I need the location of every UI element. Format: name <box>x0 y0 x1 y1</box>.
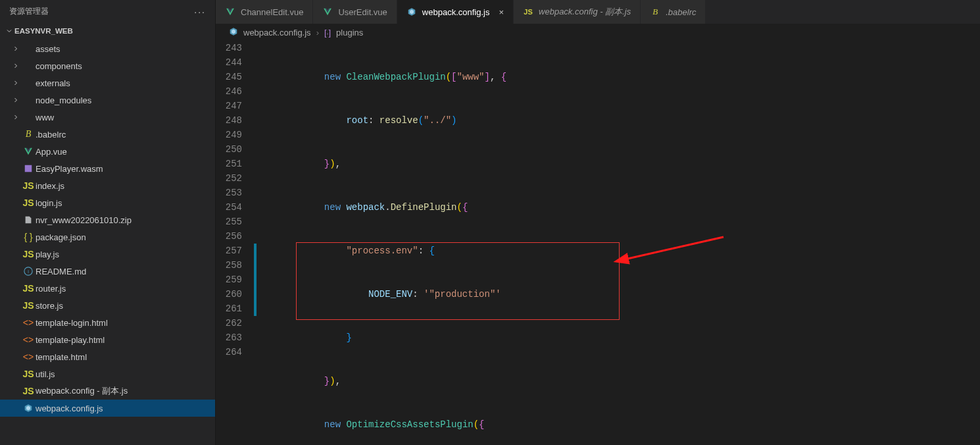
folder-item[interactable]: externals <box>0 74 215 92</box>
file-item[interactable]: JSplay.js <box>0 246 215 263</box>
code-editor[interactable]: 2432442452462472482492502512522532542552… <box>216 41 980 445</box>
breadcrumb-file[interactable]: webpack.config.js <box>243 28 311 38</box>
file-tree[interactable]: assetscomponentsexternalsnode_moduleswww… <box>0 39 215 445</box>
more-actions-icon[interactable]: ··· <box>194 7 206 17</box>
tab-label: webpack.config.js <box>422 7 490 17</box>
item-label: externals <box>36 78 70 88</box>
editor-tab[interactable]: JSwebpack.config - 副本.js <box>514 0 641 24</box>
editor-tab[interactable]: B.babelrc <box>641 0 706 24</box>
chevron-right-icon: › <box>316 28 319 38</box>
item-label: assets <box>36 44 61 54</box>
folder-item[interactable]: www <box>0 109 215 126</box>
explorer-sidebar: 资源管理器 ··· EASYNVR_WEB assetscomponentsex… <box>0 0 216 445</box>
item-label: webpack.config - 副本.js <box>36 385 128 397</box>
explorer-header: 资源管理器 ··· <box>0 0 215 23</box>
item-label: util.js <box>36 369 55 379</box>
file-item[interactable]: JSindex.js <box>0 177 215 194</box>
folder-section[interactable]: EASYNVR_WEB <box>0 23 215 39</box>
chevron-right-icon <box>11 96 21 104</box>
folder-item[interactable]: node_modules <box>0 92 215 109</box>
file-item[interactable]: JSstore.js <box>0 297 215 314</box>
tab-label: ChannelEdit.vue <box>241 7 303 17</box>
item-label: nvr_www2022061010.zip <box>36 215 132 225</box>
item-label: components <box>36 61 82 71</box>
file-item[interactable]: JSutil.js <box>0 365 215 382</box>
chevron-right-icon <box>11 45 21 53</box>
item-label: README.md <box>36 267 86 276</box>
item-label: node_modules <box>36 95 91 105</box>
file-item[interactable]: <>template.html <box>0 348 215 365</box>
item-label: EasyPlayer.wasm <box>36 164 103 174</box>
file-item[interactable]: webpack.config.js <box>0 400 215 417</box>
editor-tab[interactable]: webpack.config.js× <box>397 0 514 24</box>
chevron-right-icon <box>11 113 21 121</box>
item-label: index.js <box>36 181 64 191</box>
chevron-down-icon <box>4 27 14 35</box>
editor-tab[interactable]: UserEdit.vue <box>313 0 397 24</box>
chevron-right-icon <box>11 79 21 87</box>
folder-item[interactable]: assets <box>0 40 215 57</box>
editor-area: ChannelEdit.vueUserEdit.vuewebpack.confi… <box>216 0 980 445</box>
file-item[interactable]: { }package.json <box>0 228 215 246</box>
item-label: App.vue <box>36 147 67 157</box>
webpack-icon <box>229 27 238 38</box>
item-label: login.js <box>36 198 62 208</box>
line-number-gutter: 2432442452462472482492502512522532542552… <box>216 41 254 445</box>
breadcrumb-symbol[interactable]: plugins <box>336 28 363 38</box>
item-label: router.js <box>36 284 66 294</box>
item-label: template-play.html <box>36 335 105 345</box>
tab-label: .babelrc <box>666 7 696 17</box>
tab-label: webpack.config - 副本.js <box>539 6 631 18</box>
folder-item[interactable]: components <box>0 57 215 74</box>
file-item[interactable]: EasyPlayer.wasm <box>0 160 215 177</box>
item-label: webpack.config.js <box>36 404 103 413</box>
folder-section-label: EASYNVR_WEB <box>14 27 73 35</box>
explorer-title: 资源管理器 <box>9 7 49 16</box>
close-icon[interactable]: × <box>499 7 504 17</box>
file-item[interactable]: B.babelrc <box>0 126 215 143</box>
file-item[interactable]: JSrouter.js <box>0 280 215 297</box>
item-label: .babelrc <box>36 130 66 140</box>
item-label: www <box>36 113 54 122</box>
file-item[interactable]: JSwebpack.config - 副本.js <box>0 382 215 400</box>
item-label: template.html <box>36 352 87 362</box>
file-item[interactable]: <>template-play.html <box>0 331 215 348</box>
file-item[interactable]: App.vue <box>0 143 215 160</box>
file-item[interactable]: nvr_www2022061010.zip <box>0 211 215 228</box>
file-item[interactable]: JSlogin.js <box>0 194 215 211</box>
svg-text:i: i <box>28 269 29 274</box>
item-label: store.js <box>36 301 63 311</box>
chevron-right-icon <box>11 62 21 70</box>
item-label: template-login.html <box>36 318 108 328</box>
file-item[interactable]: iREADME.md <box>0 263 215 280</box>
code-content[interactable]: new CleanWebpackPlugin(["www"], { root: … <box>257 41 980 445</box>
breadcrumb[interactable]: webpack.config.js › [◦] plugins <box>216 24 980 41</box>
item-label: play.js <box>36 249 59 259</box>
tab-label: UserEdit.vue <box>338 7 387 17</box>
array-icon: [◦] <box>324 28 331 38</box>
file-item[interactable]: <>template-login.html <box>0 314 215 331</box>
tab-bar[interactable]: ChannelEdit.vueUserEdit.vuewebpack.confi… <box>216 0 980 24</box>
svg-rect-0 <box>25 165 32 172</box>
item-label: package.json <box>36 232 86 242</box>
editor-tab[interactable]: ChannelEdit.vue <box>216 0 313 24</box>
